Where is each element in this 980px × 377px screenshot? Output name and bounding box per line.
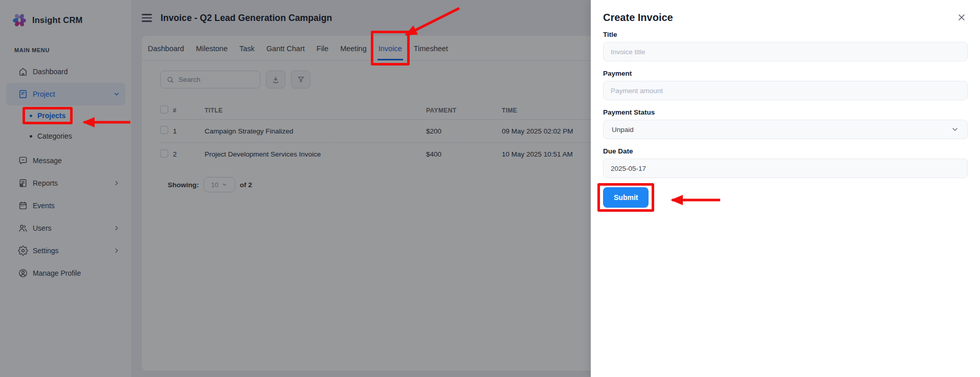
app-root: Insight CRM MAIN MENU Dashboard Project — [0, 0, 980, 377]
create-invoice-drawer: Create Invoice Title Payment Payment Sta… — [591, 0, 980, 377]
chevron-down-icon — [951, 125, 959, 134]
drawer-title: Create Invoice — [603, 12, 673, 24]
title-field-label: Title — [603, 31, 968, 38]
payment-status-field-label: Payment Status — [603, 108, 968, 116]
payment-status-select[interactable]: Unpaid — [603, 120, 968, 139]
due-date-field-label: Due Date — [603, 147, 968, 155]
due-date-input[interactable] — [603, 159, 968, 178]
modal-backdrop[interactable] — [0, 0, 591, 377]
submit-label: Submit — [614, 193, 638, 202]
invoice-title-input[interactable] — [603, 42, 968, 61]
payment-field-label: Payment — [603, 70, 968, 77]
submit-button[interactable]: Submit — [603, 187, 649, 208]
drawer-header: Create Invoice — [603, 11, 968, 24]
close-icon[interactable] — [955, 11, 968, 24]
payment-amount-input[interactable] — [603, 81, 968, 100]
payment-status-value: Unpaid — [612, 126, 634, 134]
